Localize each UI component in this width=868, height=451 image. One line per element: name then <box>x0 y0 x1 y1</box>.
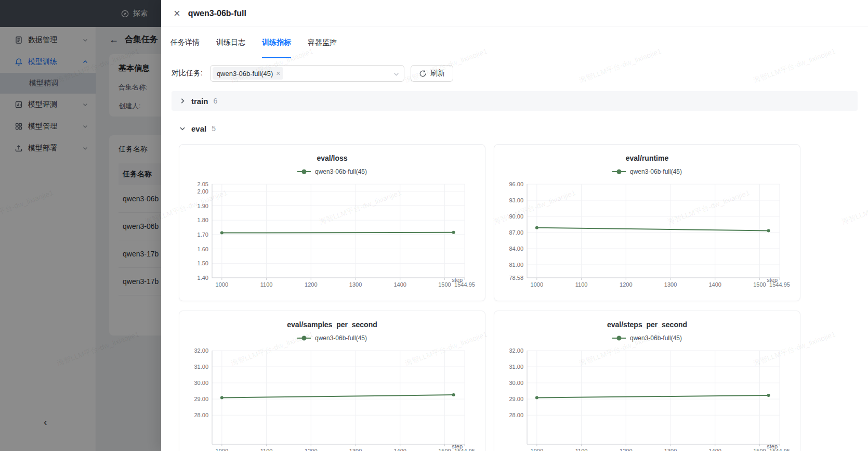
svg-text:1400: 1400 <box>709 448 721 451</box>
svg-text:1.40: 1.40 <box>198 275 208 281</box>
chart-legend[interactable]: qwen3-06b-full(45) <box>612 168 682 175</box>
svg-text:1300: 1300 <box>349 281 362 288</box>
svg-text:1300: 1300 <box>349 448 362 451</box>
legend-marker-icon <box>297 169 311 174</box>
svg-text:29.00: 29.00 <box>194 396 208 402</box>
svg-text:1100: 1100 <box>575 448 588 451</box>
tab-training-metrics[interactable]: 训练指标 <box>262 27 291 58</box>
chevron-down-icon <box>179 125 186 132</box>
svg-text:28.00: 28.00 <box>194 412 208 418</box>
svg-text:1200: 1200 <box>305 281 317 288</box>
chevron-right-icon <box>179 97 186 105</box>
svg-text:1.50: 1.50 <box>198 260 208 266</box>
compare-row: 对比任务: qwen3-06b-full(45) × 刷新 <box>172 65 858 82</box>
svg-text:1200: 1200 <box>620 281 632 288</box>
svg-text:step: step <box>767 277 778 283</box>
compare-task-select[interactable]: qwen3-06b-full(45) × <box>210 65 404 82</box>
svg-text:1.90: 1.90 <box>198 203 208 209</box>
close-icon[interactable]: × <box>174 8 180 19</box>
svg-text:29.00: 29.00 <box>509 396 523 402</box>
svg-text:step: step <box>767 443 778 449</box>
chart-legend[interactable]: qwen3-06b-full(45) <box>612 334 682 342</box>
svg-text:1.60: 1.60 <box>198 246 208 252</box>
chart-title: eval/runtime <box>626 154 668 163</box>
task-detail-drawer: × qwen3-06b-full 任务详情 训练日志 训练指标 容器监控 对比任… <box>161 0 868 451</box>
chart-title: eval/loss <box>317 154 347 163</box>
chart-card-eval-steps-per-second: eval/steps_per_second qwen3-06b-full(45)… <box>494 311 800 451</box>
legend-label: qwen3-06b-full(45) <box>630 334 682 342</box>
svg-text:1500: 1500 <box>438 281 451 288</box>
legend-label: qwen3-06b-full(45) <box>315 334 367 342</box>
section-count: 6 <box>214 97 218 105</box>
svg-text:1500: 1500 <box>753 448 766 451</box>
svg-text:1000: 1000 <box>531 448 543 451</box>
legend-marker-icon <box>612 336 626 341</box>
svg-text:30.00: 30.00 <box>509 380 523 386</box>
svg-text:31.00: 31.00 <box>509 364 523 370</box>
selected-task-tag: qwen3-06b-full(45) × <box>213 67 284 80</box>
tag-close-icon[interactable]: × <box>276 70 280 77</box>
svg-text:1300: 1300 <box>664 448 677 451</box>
svg-text:81.00: 81.00 <box>509 262 523 268</box>
svg-text:84.00: 84.00 <box>509 246 523 252</box>
drawer-body: 对比任务: qwen3-06b-full(45) × 刷新 <box>161 65 868 451</box>
chart-card-eval-samples-per-second: eval/samples_per_second qwen3-06b-full(4… <box>179 311 485 451</box>
chart-legend[interactable]: qwen3-06b-full(45) <box>297 168 367 175</box>
svg-text:1.80: 1.80 <box>198 217 208 223</box>
svg-text:1200: 1200 <box>305 448 317 451</box>
section-name: train <box>191 97 208 106</box>
drawer-title: qwen3-06b-full <box>188 9 246 18</box>
svg-text:1300: 1300 <box>664 281 677 288</box>
svg-text:1200: 1200 <box>620 448 632 451</box>
chart-card-eval-runtime: eval/runtime qwen3-06b-full(45) 96.0093.… <box>494 144 800 301</box>
svg-text:93.00: 93.00 <box>509 197 523 203</box>
section-count: 5 <box>212 124 216 133</box>
svg-text:1500: 1500 <box>753 281 766 288</box>
refresh-icon <box>419 70 427 78</box>
section-train-header[interactable]: train 6 <box>172 91 858 111</box>
drawer-header: × qwen3-06b-full <box>161 0 868 27</box>
line-chart: 32.0031.0030.0029.0028.00100011001200130… <box>500 347 794 451</box>
chart-card-eval-loss: eval/loss qwen3-06b-full(45) 2.052.001.9… <box>179 144 485 301</box>
svg-text:1100: 1100 <box>260 448 273 451</box>
svg-text:1.70: 1.70 <box>198 231 208 238</box>
svg-text:1400: 1400 <box>394 281 406 288</box>
svg-text:32.00: 32.00 <box>509 347 523 354</box>
section-name: eval <box>191 124 206 133</box>
line-chart: 2.052.001.901.801.701.601.501.4010001100… <box>185 181 479 291</box>
svg-text:1500: 1500 <box>438 448 451 451</box>
compare-task-label: 对比任务: <box>172 69 203 78</box>
tab-task-details[interactable]: 任务详情 <box>170 27 200 58</box>
svg-text:1100: 1100 <box>575 281 588 288</box>
selected-task-tag-label: qwen3-06b-full(45) <box>217 70 273 78</box>
chart-title: eval/samples_per_second <box>287 320 377 330</box>
svg-text:78.58: 78.58 <box>509 275 523 281</box>
chevron-down-icon <box>393 70 400 80</box>
svg-text:2.00: 2.00 <box>198 188 208 195</box>
svg-text:90.00: 90.00 <box>509 213 523 220</box>
svg-text:1000: 1000 <box>216 448 228 451</box>
legend-marker-icon <box>612 169 626 174</box>
svg-text:32.00: 32.00 <box>194 347 208 354</box>
drawer-tabs: 任务详情 训练日志 训练指标 容器监控 <box>161 27 868 58</box>
svg-text:1400: 1400 <box>394 448 406 451</box>
svg-text:28.00: 28.00 <box>509 412 523 418</box>
line-chart: 96.0093.0090.0087.0084.0081.0078.5810001… <box>500 181 794 291</box>
refresh-button[interactable]: 刷新 <box>411 65 453 82</box>
chart-legend[interactable]: qwen3-06b-full(45) <box>297 334 367 342</box>
legend-label: qwen3-06b-full(45) <box>315 168 367 175</box>
refresh-label: 刷新 <box>430 69 445 78</box>
legend-marker-icon <box>297 336 311 341</box>
svg-text:step: step <box>452 443 463 449</box>
tab-container-monitor[interactable]: 容器监控 <box>308 27 337 58</box>
svg-text:96.00: 96.00 <box>509 181 523 187</box>
chart-title: eval/steps_per_second <box>607 320 687 330</box>
section-eval-header[interactable]: eval 5 <box>172 119 858 138</box>
svg-text:1400: 1400 <box>709 281 721 288</box>
svg-text:1000: 1000 <box>216 281 228 288</box>
svg-text:30.00: 30.00 <box>194 380 208 386</box>
tab-training-logs[interactable]: 训练日志 <box>216 27 245 58</box>
svg-text:1000: 1000 <box>531 281 543 288</box>
svg-text:2.05: 2.05 <box>198 181 208 187</box>
eval-chart-grid: eval/loss qwen3-06b-full(45) 2.052.001.9… <box>179 144 800 451</box>
